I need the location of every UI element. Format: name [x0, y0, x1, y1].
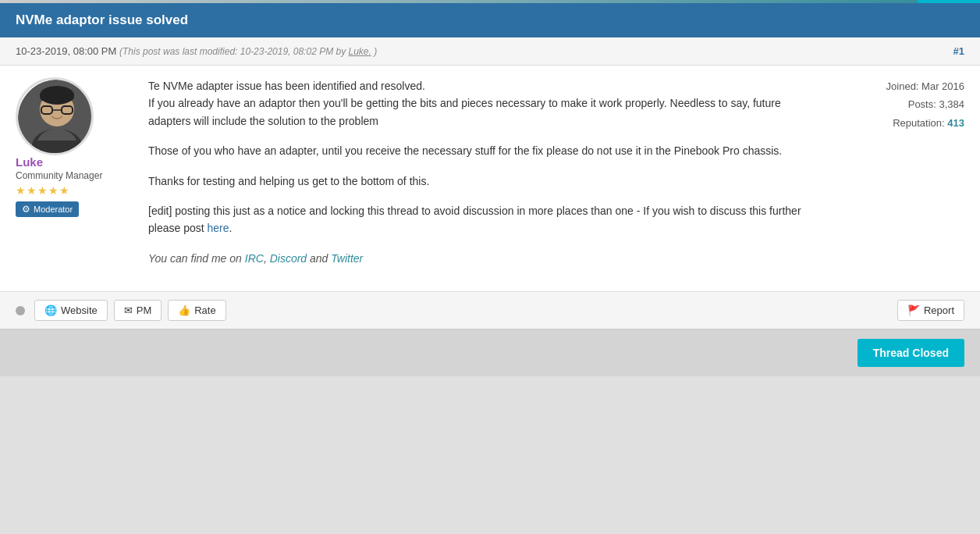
thread-closed-button[interactable]: Thread Closed — [858, 339, 964, 367]
author-role: Community Manager — [16, 170, 102, 181]
reputation-info: Reputation: 413 — [808, 114, 964, 132]
posts-info: Posts: 3,384 — [808, 95, 964, 113]
pm-icon: ✉ — [124, 304, 133, 316]
joined-info: Joined: Mar 2016 — [808, 77, 964, 95]
author-stars: ★★★★★ — [16, 184, 70, 197]
post-paragraph-4: [edit] posting this just as a notice and… — [148, 202, 808, 237]
post-number: #1 — [953, 45, 964, 57]
author-panel: Luke Community Manager ★★★★★ ⚙ Moderator — [16, 77, 140, 279]
post-actions: 🌐 Website ✉ PM 👍 Rate 🚩 Report — [0, 291, 980, 329]
top-accent-bar — [0, 0, 980, 3]
online-indicator — [16, 306, 25, 315]
post-header-bar: 10-23-2019, 08:00 PM (This post was last… — [0, 37, 980, 66]
irc-link[interactable]: IRC — [245, 252, 264, 265]
report-button[interactable]: 🚩 Report — [897, 300, 964, 321]
post-content: Te NVMe adapter issue has been identifie… — [140, 77, 808, 279]
footer-bar: Thread Closed — [0, 329, 980, 376]
report-icon: 🚩 — [907, 304, 920, 316]
moderator-badge: ⚙ Moderator — [16, 201, 79, 217]
author-name[interactable]: Luke — [16, 155, 43, 169]
website-icon: 🌐 — [44, 304, 57, 316]
rate-button[interactable]: 👍 Rate — [168, 300, 225, 321]
post-timestamp: 10-23-2019, 08:00 PM — [16, 45, 116, 57]
user-meta: Joined: Mar 2016 Posts: 3,384 Reputation… — [808, 77, 964, 132]
user-meta-panel: Joined: Mar 2016 Posts: 3,384 Reputation… — [808, 77, 964, 279]
svg-rect-4 — [40, 91, 74, 101]
modified-by-link[interactable]: Luke. — [349, 46, 371, 57]
post-body-section: Luke Community Manager ★★★★★ ⚙ Moderator… — [0, 66, 980, 291]
twitter-link[interactable]: Twitter — [331, 252, 363, 265]
post-container: 10-23-2019, 08:00 PM (This post was last… — [0, 37, 980, 329]
post-inner: 10-23-2019, 08:00 PM (This post was last… — [0, 37, 980, 329]
discord-link[interactable]: Discord — [270, 252, 307, 265]
badge-label: Moderator — [34, 205, 73, 214]
avatar — [16, 77, 94, 155]
post-paragraph-3: Thanks for testing and helping us get to… — [148, 173, 808, 190]
here-link[interactable]: here — [208, 222, 229, 234]
moderator-icon: ⚙ — [22, 204, 30, 215]
post-paragraph-1: Te NVMe adapter issue has been identifie… — [148, 77, 808, 130]
website-button[interactable]: 🌐 Website — [34, 300, 108, 321]
reputation-value: 413 — [947, 117, 964, 129]
post-italic-section: You can find me on IRC, Discord and Twit… — [148, 250, 808, 267]
rate-icon: 👍 — [178, 304, 190, 316]
page-header: NVMe adaptor issue solved — [0, 3, 980, 37]
post-paragraph-2: Those of you who have an adapter, until … — [148, 142, 808, 159]
action-buttons-left: 🌐 Website ✉ PM 👍 Rate — [16, 300, 226, 321]
pm-button[interactable]: ✉ PM — [114, 300, 162, 321]
post-timestamp-section: 10-23-2019, 08:00 PM (This post was last… — [16, 45, 377, 57]
page-title: NVMe adaptor issue solved — [16, 12, 188, 27]
post-modified-note: (This post was last modified: 10-23-2019… — [119, 46, 377, 57]
